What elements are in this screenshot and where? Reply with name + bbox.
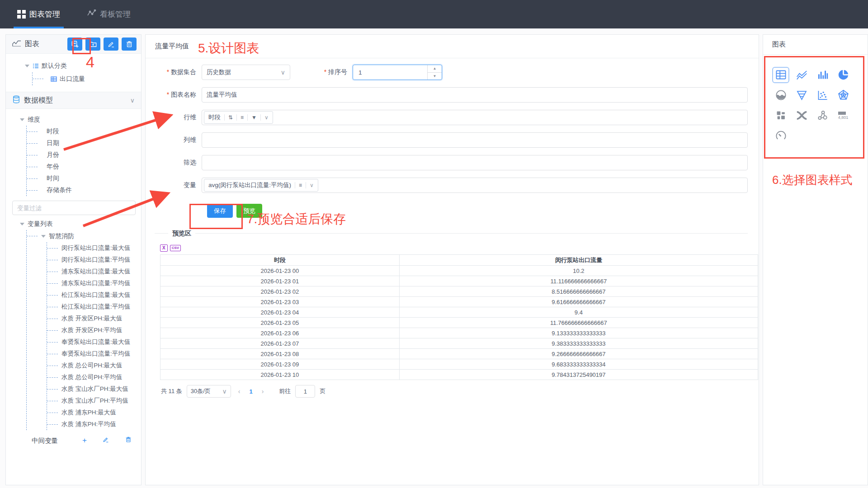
intermediate-variable-row: 中间变量 + (6, 433, 141, 448)
caret-down-icon (20, 223, 24, 225)
data-model-title: 数据模型 (24, 96, 130, 105)
export-csv-icon[interactable]: CSV (170, 245, 181, 251)
chevron-down-icon: ∨ (222, 388, 226, 395)
tree-node-variable[interactable]: 水质 总公司PH:平均值 (47, 371, 141, 383)
chart-sidebar: 图表 默认分类 出口流量 (5, 34, 142, 485)
tab-label: 图表管理 (29, 9, 60, 19)
variable-filter-input[interactable] (12, 201, 136, 215)
page-size-value: 30条/页 (191, 387, 211, 395)
tree-node-variable[interactable]: 水质 开发区PH:最大值 (47, 313, 141, 324)
preview-button[interactable]: 预览 (236, 204, 262, 218)
funnel-chart-icon[interactable] (793, 87, 810, 103)
graph-chart-icon[interactable] (814, 108, 831, 124)
align-icon[interactable]: ≡ (299, 182, 302, 188)
prev-page-icon[interactable]: ‹ (236, 388, 243, 395)
tree-node-variable[interactable]: 松江泵站出口流量:平均值 (47, 301, 141, 313)
tree-node-label: 浦东泵站出口流量:平均值 (61, 279, 130, 287)
filter-box[interactable] (202, 155, 748, 170)
delete-button[interactable] (122, 38, 137, 51)
row-dimension-chip[interactable]: 时段 ⇅ ≡ ▼ ∨ (204, 111, 273, 124)
table-cell: 11.766666666666667 (399, 318, 758, 328)
heatmap-chart-icon[interactable] (772, 108, 789, 124)
number-card-icon[interactable]: 4,801 (835, 108, 852, 124)
tree-node-variable[interactable]: 水质 开发区PH:平均值 (47, 324, 141, 336)
tree-node-variable[interactable]: 松江泵站出口流量:最大值 (47, 289, 141, 301)
table-cell: 9.616666666666667 (399, 297, 758, 307)
filter-funnel-icon[interactable]: ▼ (251, 114, 257, 121)
plus-icon[interactable]: + (82, 436, 87, 445)
tree-node-variable[interactable]: 奉贤泵站出口流量:平均值 (47, 348, 141, 360)
scatter-chart-icon[interactable] (814, 87, 831, 103)
row-dimension-box[interactable]: 时段 ⇅ ≡ ▼ ∨ (202, 110, 748, 125)
sort-icon[interactable]: ⇅ (228, 114, 233, 121)
chevron-down-icon[interactable]: ∨ (130, 97, 135, 104)
tree-node-dimension[interactable]: 月份 (27, 149, 141, 161)
preview-section-divider: 预览区 (155, 233, 748, 234)
tree-node-variable[interactable]: 浦东泵站出口流量:平均值 (47, 277, 141, 289)
chevron-down-icon[interactable]: ∨ (264, 114, 269, 121)
chevron-down-icon[interactable]: ∨ (310, 182, 314, 188)
chip-label: 时段 (208, 113, 221, 122)
tree-node-dimension[interactable]: 年份 (27, 161, 141, 173)
data-model-header[interactable]: 数据模型 ∨ (6, 92, 141, 109)
tree-node-variable[interactable]: 水质 浦东PH:平均值 (47, 418, 141, 430)
number-stepper[interactable]: ▲ ▼ (427, 65, 442, 80)
sankey-chart-icon[interactable] (793, 108, 810, 124)
tree-node-variable[interactable]: 闵行泵站出口流量:平均值 (47, 254, 141, 266)
tree-node-variable-list[interactable]: 变量列表 (6, 218, 141, 230)
save-button[interactable]: 保存 (207, 204, 233, 218)
row-dimension-label: 行维 (155, 113, 202, 122)
tree-node-variable[interactable]: 水质 浦东PH:最大值 (47, 407, 141, 418)
line-chart-icon[interactable] (793, 67, 810, 83)
tree-node-label: 水质 开发区PH:最大值 (61, 314, 122, 323)
chip-label: avg(闵行泵站出口流量:平均值) (208, 181, 291, 189)
sort-number-input[interactable]: 1 ▲ ▼ (353, 65, 442, 80)
tree-node-dimension[interactable]: 存储条件 (27, 184, 141, 196)
step-up-icon[interactable]: ▲ (428, 65, 442, 73)
table-icon (51, 76, 57, 82)
tree-node-dimension[interactable]: 日期 (27, 137, 141, 149)
pie-chart-icon[interactable] (835, 67, 852, 83)
radar-chart-icon[interactable] (835, 87, 852, 103)
table-cell: 2026-01-23 00 (160, 266, 400, 276)
page-size-select[interactable]: 30条/页 ∨ (187, 385, 231, 398)
liquid-gauge-icon[interactable] (772, 87, 789, 103)
table-chart-icon[interactable] (772, 67, 789, 83)
add-folder-button[interactable] (85, 38, 100, 51)
align-icon[interactable]: ≡ (241, 114, 244, 121)
delete-icon[interactable] (125, 436, 132, 446)
dataset-select[interactable]: 历史数据 ∨ (202, 65, 290, 80)
tab-dashboard-management[interactable]: 看板管理 (80, 0, 138, 28)
next-page-icon[interactable]: › (259, 388, 267, 395)
tree-node-dimensions[interactable]: 维度 (6, 113, 141, 126)
current-page[interactable]: 1 (247, 388, 254, 395)
export-excel-icon[interactable]: X (160, 244, 168, 252)
tree-node-variable[interactable]: 水质 宝山水厂PH:最大值 (47, 383, 141, 395)
tree-node-variable[interactable]: 奉贤泵站出口流量:最大值 (47, 336, 141, 348)
gauge-chart-icon[interactable] (772, 128, 789, 144)
tree-node-smart-fire[interactable]: 智慧消防 (27, 230, 141, 242)
tree-node-variable[interactable]: 水质 宝山水厂PH:平均值 (47, 395, 141, 407)
tree-node-label: 时段 (47, 127, 59, 136)
tree-node-dimension[interactable]: 时间 (27, 173, 141, 184)
chart-name-input[interactable]: 流量平均值 (202, 87, 748, 103)
variable-chip[interactable]: avg(闵行泵站出口流量:平均值) ≡ ∨ (204, 179, 318, 192)
tree-node-default-category[interactable]: 默认分类 (6, 59, 141, 72)
caret-down-icon (25, 65, 29, 67)
chart-designer-panel: 流量平均值 数据集合 历史数据 ∨ 排序号 1 ▲ ▼ 图表名称 流量平均值 (145, 34, 759, 485)
goto-page-input[interactable] (295, 385, 315, 398)
edit-icon[interactable] (102, 436, 109, 446)
col-dimension-box[interactable] (202, 132, 748, 148)
tree-node-dimension[interactable]: 时段 (27, 126, 141, 137)
step-down-icon[interactable]: ▼ (428, 73, 442, 80)
tree-node-label: 默认分类 (42, 62, 67, 70)
tree-node-variable[interactable]: 水质 总公司PH:最大值 (47, 360, 141, 371)
tab-chart-management[interactable]: 图表管理 (10, 0, 67, 28)
tree-node-variable[interactable]: 浦东泵站出口流量:最大值 (47, 266, 141, 277)
tree-node-variable[interactable]: 闵行泵站出口流量:最大值 (47, 242, 141, 254)
add-chart-button[interactable] (67, 38, 82, 51)
edit-button[interactable] (104, 38, 118, 51)
variable-box[interactable]: avg(闵行泵站出口流量:平均值) ≡ ∨ (202, 178, 748, 193)
bar-chart-icon[interactable] (814, 67, 831, 83)
tree-node-export-flow[interactable]: 出口流量 (33, 72, 141, 85)
